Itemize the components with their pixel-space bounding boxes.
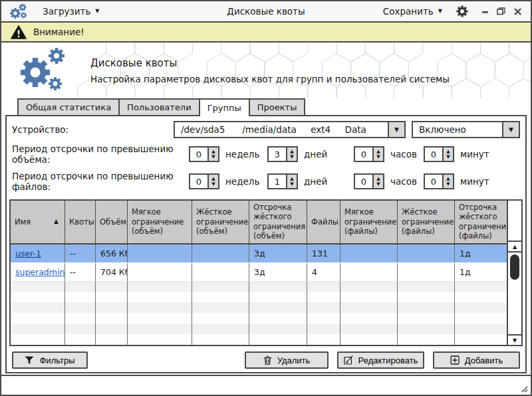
empty-table-rows: [11, 282, 507, 346]
page-subtitle: Настройка параметров дисковых квот для г…: [90, 74, 450, 84]
quota-table: Имя ▲ Квоты Объём Мягкое ограничение (об…: [9, 199, 523, 346]
filter-funnel-icon: [25, 356, 34, 365]
spinner-arrows-icon[interactable]: ▲▼: [442, 175, 453, 188]
empty-row: [11, 282, 507, 292]
empty-row: [11, 334, 507, 345]
column-header-grace-volume[interactable]: Отсрочка жёсткого ограничения (объём): [249, 201, 307, 243]
table-row[interactable]: superadmin -- 704 Кб 3д 4 1д: [11, 263, 507, 282]
spinner-arrows-icon[interactable]: ▲▼: [207, 148, 218, 161]
files-weeks-spinner[interactable]: 0 ▲▼: [189, 173, 219, 189]
column-header-soft-files[interactable]: Мягкое ограничение (файлы): [340, 201, 398, 243]
warning-triangle-icon: [11, 25, 27, 39]
trash-icon: [263, 355, 272, 365]
column-header-volume[interactable]: Объём: [96, 201, 128, 243]
status-bar: [1, 375, 531, 395]
app-logo-gears-icon: [9, 3, 29, 21]
group-name-link[interactable]: user-1: [15, 248, 41, 258]
header-gears-icon: [17, 47, 73, 94]
minimize-button[interactable]: [482, 7, 489, 15]
volume-hours-spinner[interactable]: 0 ▲▼: [354, 146, 384, 162]
chevron-down-icon[interactable]: ▼: [388, 122, 404, 137]
chevron-down-icon: ▼: [95, 9, 99, 14]
column-header-hard-volume[interactable]: Жёсткое ограничение (объём): [192, 201, 249, 243]
warning-banner: Внимание!: [1, 23, 531, 43]
scroll-up-arrow[interactable]: ▲: [508, 242, 521, 252]
groups-panel: Устройство: /dev/sda5 /media/data ext4 D…: [5, 115, 527, 373]
close-button[interactable]: ×: [513, 5, 523, 17]
column-header-grace-files[interactable]: Отсрочка жёсткого ограничения (файлы): [455, 201, 507, 243]
spinner-arrows-icon[interactable]: ▲▼: [286, 148, 297, 161]
resize-grip[interactable]: [519, 383, 528, 393]
scroll-down-arrow[interactable]: ▼: [508, 334, 521, 345]
tab-groups[interactable]: Группы: [199, 98, 250, 116]
app-window: Дисковые квоты Загрузить ▼ Сохранить ▼ ×: [0, 0, 532, 396]
tab-projects[interactable]: Проекты: [249, 98, 306, 115]
table-header-row: Имя ▲ Квоты Объём Мягкое ограничение (об…: [11, 201, 507, 245]
filters-button[interactable]: Фильтры: [12, 351, 88, 369]
maximize-button[interactable]: [497, 7, 505, 15]
chevron-down-icon[interactable]: ▼: [502, 122, 519, 137]
add-button[interactable]: Добавить: [433, 351, 520, 369]
spinner-arrows-icon[interactable]: ▲▼: [286, 175, 297, 188]
spinner-arrows-icon[interactable]: ▲▼: [372, 148, 383, 161]
delete-button[interactable]: Удалить: [245, 351, 329, 369]
tab-general-stats[interactable]: Общая статистика: [17, 98, 120, 115]
page-header: Дисковые квоты Настройка параметров диск…: [1, 43, 531, 98]
volume-weeks-spinner[interactable]: 0 ▲▼: [189, 146, 219, 162]
page-title: Дисковые квоты: [90, 57, 450, 69]
files-minutes-spinner[interactable]: 0 ▲▼: [424, 173, 454, 189]
settings-gear-icon[interactable]: [456, 5, 469, 18]
add-plus-icon: [450, 355, 460, 365]
save-menu-button[interactable]: Сохранить ▼: [383, 6, 442, 17]
column-header-quotas[interactable]: Квоты: [65, 201, 96, 243]
spinner-arrows-icon[interactable]: ▲▼: [207, 175, 218, 188]
tab-users[interactable]: Пользователи: [118, 98, 200, 115]
scrollbar-track[interactable]: [508, 280, 521, 334]
column-header-soft-volume[interactable]: Мягкое ограничение (объём): [128, 201, 192, 243]
device-select[interactable]: /dev/sda5 /media/data ext4 Data ▼: [174, 121, 406, 138]
volume-minutes-spinner[interactable]: 0 ▲▼: [424, 146, 454, 162]
empty-row: [11, 302, 507, 313]
sort-asc-icon: ▲: [54, 218, 59, 225]
scrollbar-thumb[interactable]: [510, 254, 519, 280]
column-header-name[interactable]: Имя ▲: [11, 201, 65, 243]
load-menu-button[interactable]: Загрузить ▼: [43, 6, 100, 17]
vertical-scrollbar[interactable]: ▲ ▼: [507, 201, 521, 345]
grace-files-label: Период отсрочки по превышению файлов:: [12, 171, 189, 192]
table-row[interactable]: user-1 -- 656 Кб 3д 131 1д: [11, 245, 507, 263]
files-days-spinner[interactable]: 1 ▲▼: [267, 173, 298, 189]
files-hours-spinner[interactable]: 0 ▲▼: [354, 173, 384, 189]
titlebar: Дисковые квоты Загрузить ▼ Сохранить ▼ ×: [1, 1, 531, 23]
spinner-arrows-icon[interactable]: ▲▼: [442, 148, 453, 161]
empty-row: [11, 313, 507, 324]
empty-row: [11, 324, 507, 334]
warning-text: Внимание!: [33, 27, 84, 37]
column-header-files[interactable]: Файлы: [307, 201, 340, 243]
edit-pencil-icon: [344, 355, 353, 365]
column-header-hard-files[interactable]: Жёсткое ограничение (файлы): [398, 201, 455, 243]
group-name-link[interactable]: superadmin: [15, 267, 65, 277]
action-buttons: Фильтры Удалить Редактировать Добавить: [9, 351, 523, 369]
volume-days-spinner[interactable]: 3 ▲▼: [267, 146, 298, 162]
chevron-down-icon: ▼: [438, 9, 442, 14]
empty-row: [11, 292, 507, 302]
device-label: Устройство:: [12, 124, 174, 135]
tab-bar: Общая статистика Пользователи Группы Про…: [1, 98, 531, 115]
grace-volume-label: Период отсрочки по превышению объёма:: [12, 144, 189, 165]
spinner-arrows-icon[interactable]: ▲▼: [372, 175, 383, 188]
quota-state-select[interactable]: Включено ▼: [412, 121, 520, 138]
edit-button[interactable]: Редактировать: [337, 351, 424, 369]
